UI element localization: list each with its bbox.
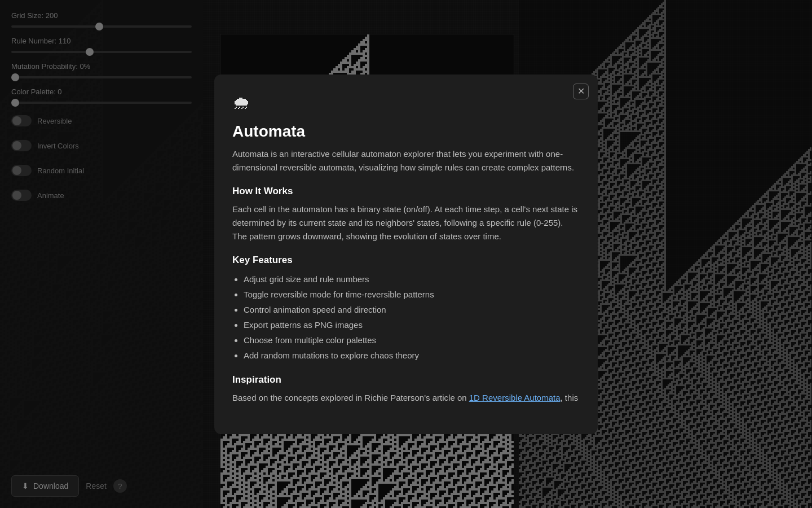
how-it-works-body: Each cell in the automaton has a binary … (232, 203, 580, 243)
feature-item: Export patterns as PNG images (244, 317, 580, 332)
feature-item: Toggle reversible mode for time-reversib… (244, 287, 580, 302)
feature-item: Choose from multiple color palettes (244, 332, 580, 348)
feature-item: Add random mutations to explore chaos th… (244, 348, 580, 363)
feature-item: Control animation speed and direction (244, 302, 580, 317)
modal-close-button[interactable]: ✕ (573, 84, 589, 99)
inspiration-text: Based on the concepts explored in Richie… (232, 391, 580, 405)
inspiration-link[interactable]: 1D Reversible Automata (469, 393, 561, 402)
feature-item: Adjust grid size and rule numbers (244, 271, 580, 287)
key-features-title: Key Features (232, 255, 580, 266)
close-icon: ✕ (577, 86, 585, 97)
modal-intro: Automata is an interactive cellular auto… (232, 147, 580, 174)
inspiration-before: Based on the concepts explored in Richie… (232, 393, 469, 402)
key-features-list: Adjust grid size and rule numbers Toggle… (232, 271, 580, 363)
inspiration-title: Inspiration (232, 374, 580, 386)
inspiration-after: , this (561, 393, 579, 402)
modal-title: Automata (232, 122, 580, 141)
how-it-works-title: How It Works (232, 186, 580, 197)
modal-overlay[interactable]: ✕ 🌧 Automata Automata is an interactive … (0, 0, 812, 508)
modal-body: Automata is an interactive cellular auto… (232, 147, 580, 405)
modal-dialog: ✕ 🌧 Automata Automata is an interactive … (214, 75, 598, 434)
modal-logo: 🌧 (232, 93, 580, 113)
